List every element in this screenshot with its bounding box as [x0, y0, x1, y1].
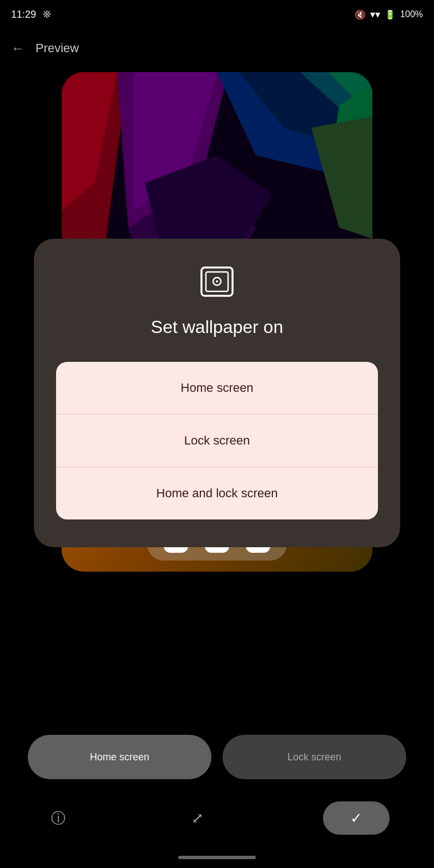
svg-point-19 [216, 280, 218, 282]
home-screen-option[interactable]: Home screen [56, 362, 378, 415]
set-wallpaper-modal: Set wallpaper on Home screen Lock screen… [34, 239, 400, 547]
wallpaper-options-list: Home screen Lock screen Home and lock sc… [56, 362, 378, 519]
modal-overlay: Set wallpaper on Home screen Lock screen… [0, 0, 434, 868]
modal-title: Set wallpaper on [151, 317, 283, 337]
wallpaper-modal-icon [200, 266, 234, 301]
home-and-lock-option[interactable]: Home and lock screen [56, 467, 378, 519]
lock-screen-option[interactable]: Lock screen [56, 415, 378, 467]
